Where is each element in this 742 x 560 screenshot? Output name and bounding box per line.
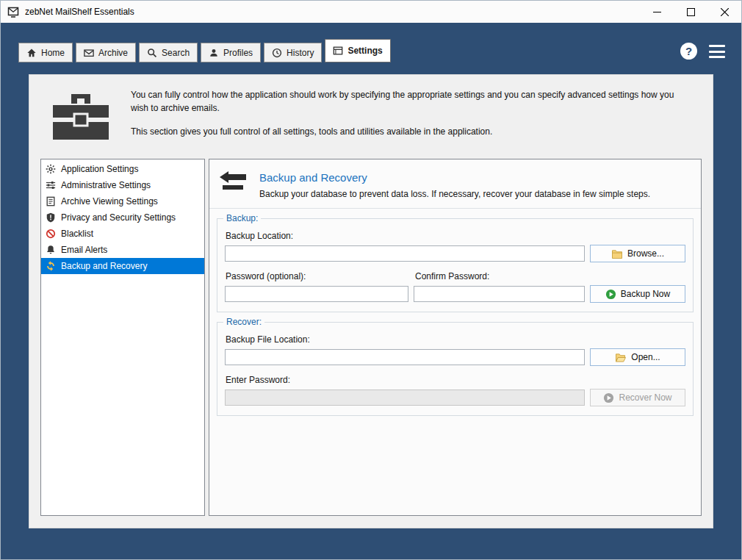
backup-group: Backup: Backup Location: Browse... Passw… [217,218,694,312]
tab-search[interactable]: Search [139,43,198,62]
history-icon [272,48,282,58]
hamburger-icon [709,45,725,47]
settings-page: You can fully control how the applicatio… [29,74,713,528]
tab-label: History [287,48,314,58]
intro-paragraph-1: You can fully control how the applicatio… [131,88,691,115]
backup-now-button-label: Backup Now [621,289,670,299]
enter-password-label-row: Enter Password: [225,374,685,389]
play-circle-green-icon [605,289,616,300]
menu-button[interactable] [709,45,725,58]
recover-now-button: Recover Now [590,389,685,406]
sidebar-item-label: Email Alerts [61,245,107,255]
browse-button[interactable]: Browse... [590,245,685,262]
panel-subtitle: Backup your database to prevent data los… [259,189,650,199]
browse-button-label: Browse... [627,248,664,259]
app-icon [7,6,19,18]
settings-intro: You can fully control how the applicatio… [29,75,713,148]
titlebar: zebNet MailShelf Essentials [1,1,741,23]
backup-file-location-input[interactable] [225,349,585,365]
gear-icon [45,164,56,175]
backup-now-button[interactable]: Backup Now [590,285,685,303]
panel-title: Backup and Recovery [259,171,650,184]
sidebar-item-archive-viewing-settings[interactable]: Archive Viewing Settings [41,193,204,209]
backup-password-input[interactable] [225,286,408,302]
prohibition-icon [45,229,56,240]
confirm-password-label: Confirm Password: [415,271,489,281]
enter-password-label: Enter Password: [226,375,290,385]
sliders-icon [45,180,56,191]
play-circle-gray-icon [603,392,614,403]
sidebar-item-label: Privacy and Security Settings [61,212,176,223]
tab-label: Search [162,48,190,58]
tab-settings[interactable]: Settings [325,39,390,62]
document-icon [45,196,56,207]
tab-label: Settings [347,46,382,56]
folder-icon [611,249,623,259]
shield-icon [45,212,56,223]
window-title: zebNet MailShelf Essentials [25,7,134,17]
recover-file-row: Open... [225,348,685,366]
tab-bar: Home Archive Search Profiles History Set… [18,39,725,62]
panel-header-text: Backup and Recovery Backup your database… [259,170,650,199]
settings-category-list: Application Settings Administrative Sett… [40,159,205,516]
maximize-button[interactable] [674,1,707,23]
recover-password-input [225,390,585,406]
tab-home[interactable]: Home [18,43,73,62]
tab-label: Archive [98,48,128,58]
sidebar-item-email-alerts[interactable]: Email Alerts [41,242,204,258]
sidebar-item-label: Backup and Recovery [61,261,147,271]
tab-profiles[interactable]: Profiles [201,43,261,62]
settings-icon [333,46,343,56]
sidebar-item-label: Application Settings [61,164,138,174]
home-icon [26,48,37,58]
panel-header: Backup and Recovery Backup your database… [209,159,701,209]
sidebar-item-label: Blacklist [61,229,93,239]
help-button[interactable]: ? [680,43,697,60]
backup-file-location-label: Backup File Location: [226,334,685,345]
help-icon: ? [685,45,692,57]
sidebar-item-backup-and-recovery[interactable]: Backup and Recovery [41,258,204,274]
backup-arrows-icon [45,261,56,272]
app-window: zebNet MailShelf Essentials Home Archive [0,0,742,560]
sidebar-item-label: Administrative Settings [61,180,151,190]
minimize-button[interactable] [640,1,674,23]
backup-location-label: Backup Location: [226,231,685,241]
intro-paragraph-2: This section gives you full control of a… [131,125,691,138]
backup-recovery-panel: Backup and Recovery Backup your database… [209,159,702,516]
password-row: Backup Now [225,285,685,303]
recover-group-legend: Recover: [223,317,264,327]
tab-label: Home [41,48,65,58]
confirm-password-input[interactable] [414,286,585,302]
password-optional-label: Password (optional): [226,271,414,281]
bell-icon [45,245,56,256]
backup-location-input[interactable] [225,245,585,262]
recover-group: Recover: Backup File Location: Open... E… [217,322,694,416]
settings-main-row: Application Settings Administrative Sett… [40,159,702,516]
archive-icon [84,48,94,58]
toolbox-icon [50,88,112,148]
profiles-icon [209,48,219,58]
tab-history[interactable]: History [264,43,322,62]
intro-text: You can fully control how the applicatio… [131,88,691,148]
tab-archive[interactable]: Archive [76,43,136,62]
sidebar-item-label: Archive Viewing Settings [61,196,158,207]
search-icon [147,48,157,58]
sidebar-item-privacy-security-settings[interactable]: Privacy and Security Settings [41,209,204,226]
recover-password-row: Recover Now [225,389,685,406]
restore-arrow-icon [218,170,248,192]
recover-now-button-label: Recover Now [619,392,671,403]
close-button[interactable] [707,1,741,23]
backup-group-legend: Backup: [223,213,261,223]
app-body: Home Archive Search Profiles History Set… [1,23,741,559]
folder-open-icon [615,353,627,362]
tab-label: Profiles [223,48,253,58]
backup-location-row: Browse... [225,245,685,262]
sidebar-item-application-settings[interactable]: Application Settings [41,161,204,177]
open-button-label: Open... [631,352,660,362]
open-button[interactable]: Open... [590,348,685,366]
password-labels-row: Password (optional): Confirm Password: [225,270,685,285]
sidebar-item-blacklist[interactable]: Blacklist [41,226,204,242]
window-controls [640,1,741,23]
sidebar-item-administrative-settings[interactable]: Administrative Settings [41,177,204,193]
